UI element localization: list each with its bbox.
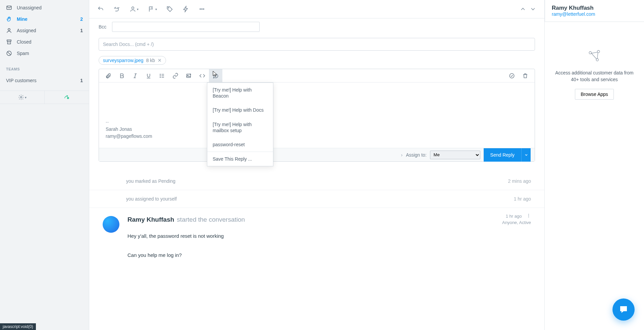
trash-icon bbox=[522, 73, 528, 79]
signature-email: ramy@pageflows.com bbox=[106, 133, 528, 140]
next-conversation-button[interactable] bbox=[530, 6, 536, 12]
italic-button[interactable] bbox=[128, 69, 142, 82]
attach-button[interactable] bbox=[102, 69, 115, 82]
discard-button[interactable] bbox=[519, 69, 532, 82]
editor-toolbar bbox=[99, 69, 535, 82]
search-docs-input[interactable] bbox=[99, 38, 535, 51]
saved-reply-item[interactable]: password-reset bbox=[207, 138, 273, 152]
conversation-verb: started the conversation bbox=[177, 216, 245, 223]
sidebar-item-label: Unassigned bbox=[17, 5, 83, 10]
conversation-status: Anyone, Active bbox=[502, 220, 531, 226]
undo-icon[interactable] bbox=[97, 6, 104, 12]
chat-icon bbox=[213, 73, 219, 79]
hand-icon bbox=[6, 16, 12, 22]
contact-card-name: Ramy Khuffash bbox=[552, 5, 637, 11]
underline-icon bbox=[146, 73, 152, 79]
sidebar-team-vip[interactable]: VIP customers 1 bbox=[0, 75, 89, 86]
svg-point-4 bbox=[20, 97, 22, 98]
apps-promo: Access additional customer data from 40+… bbox=[545, 22, 644, 330]
activity-timestamp: 2 mins ago bbox=[508, 178, 531, 184]
image-button[interactable] bbox=[182, 69, 196, 82]
bolt-icon[interactable] bbox=[182, 6, 189, 12]
send-reply-dropdown[interactable] bbox=[521, 148, 531, 162]
browse-apps-button[interactable]: Browse Apps bbox=[575, 89, 614, 100]
svg-point-29 bbox=[589, 52, 591, 54]
tag-icon[interactable] bbox=[166, 6, 173, 12]
paperclip-icon bbox=[105, 73, 111, 79]
list-icon bbox=[159, 73, 165, 79]
conversation-more-button[interactable] bbox=[526, 213, 531, 220]
remove-attachment-button[interactable]: ✕ bbox=[158, 58, 162, 63]
flag-menu[interactable]: ▾ bbox=[148, 6, 157, 12]
editor-body[interactable]: -- Sarah Jonas ramy@pageflows.com bbox=[99, 82, 535, 148]
assign-menu[interactable]: ▾ bbox=[129, 6, 139, 12]
svg-point-27 bbox=[528, 215, 529, 216]
flag-icon bbox=[148, 6, 155, 12]
sidebar-item-assigned[interactable]: Assigned 1 bbox=[0, 25, 89, 36]
svg-point-30 bbox=[597, 50, 600, 53]
message-line: Hey y'all, the password reset is not wor… bbox=[127, 231, 531, 241]
bcc-input[interactable] bbox=[112, 22, 260, 32]
more-icon[interactable] bbox=[199, 6, 205, 12]
bold-button[interactable] bbox=[115, 69, 128, 82]
svg-point-8 bbox=[200, 9, 201, 10]
chat-fab[interactable] bbox=[612, 298, 635, 321]
sidebar-tools: ▾ bbox=[0, 91, 89, 104]
footer-expand-button[interactable]: › bbox=[401, 152, 402, 158]
message-line: Can you help me log in? bbox=[127, 251, 531, 260]
chevron-down-icon: ▾ bbox=[25, 96, 26, 99]
conversation-toolbar: ▾ ▾ bbox=[89, 0, 544, 18]
bcc-row: Bcc bbox=[99, 22, 535, 32]
link-button[interactable] bbox=[169, 69, 182, 82]
italic-icon bbox=[132, 73, 138, 79]
right-panel: Ramy Khuffash ramy@letterfuel.com Access… bbox=[545, 0, 644, 330]
block-icon bbox=[6, 50, 12, 56]
saved-reply-item[interactable]: [Try me!] Help with mailbox setup bbox=[207, 117, 273, 138]
sidebar-item-closed[interactable]: Closed bbox=[0, 36, 89, 48]
contact-card[interactable]: Ramy Khuffash ramy@letterfuel.com bbox=[545, 0, 644, 22]
prev-conversation-button[interactable] bbox=[520, 6, 526, 12]
svg-point-6 bbox=[132, 7, 134, 9]
sidebar-settings-button[interactable]: ▾ bbox=[0, 91, 44, 104]
attachment-size: 8 kb bbox=[146, 58, 155, 63]
attachment-pill[interactable]: surveysparrow.jpeg 8 kb ✕ bbox=[99, 56, 166, 65]
saved-reply-item[interactable]: [Try me!] Help with Docs bbox=[207, 103, 273, 117]
sidebar-item-unassigned[interactable]: Unassigned bbox=[0, 2, 89, 13]
image-plus-icon bbox=[186, 73, 192, 79]
sidebar-item-mine[interactable]: Mine 2 bbox=[0, 13, 89, 25]
list-button[interactable] bbox=[155, 69, 169, 82]
compose-area: Bcc surveysparrow.jpeg 8 kb ✕ bbox=[89, 18, 544, 162]
sidebar-new-conversation-button[interactable] bbox=[44, 91, 89, 104]
check-button[interactable] bbox=[505, 69, 519, 82]
conversation-start: Ramy Khuffash started the conversation H… bbox=[89, 208, 544, 268]
signature-name: Sarah Jonas bbox=[106, 126, 528, 133]
send-reply-button[interactable]: Send Reply bbox=[484, 148, 521, 162]
saved-replies-button[interactable] bbox=[209, 69, 222, 82]
network-icon bbox=[587, 49, 601, 64]
sidebar-item-spam[interactable]: Spam bbox=[0, 48, 89, 59]
svg-rect-2 bbox=[7, 40, 11, 41]
activity-log: you marked as Pending 2 mins ago you ass… bbox=[89, 172, 544, 208]
apps-promo-text: Access additional customer data from 40+… bbox=[545, 70, 644, 83]
saved-reply-item[interactable]: [Try me!] Help with Beacon bbox=[207, 83, 273, 103]
svg-point-9 bbox=[202, 9, 203, 10]
signature-separator: -- bbox=[106, 119, 528, 126]
svg-line-13 bbox=[135, 74, 136, 78]
svg-point-26 bbox=[528, 214, 529, 215]
svg-point-17 bbox=[160, 77, 161, 77]
svg-point-15 bbox=[160, 74, 161, 74]
conversation-body: Ramy Khuffash started the conversation H… bbox=[127, 216, 531, 260]
sidebar-item-label: VIP customers bbox=[6, 78, 80, 83]
activity-row: you marked as Pending 2 mins ago bbox=[89, 172, 544, 190]
snooze-icon[interactable] bbox=[113, 6, 120, 12]
conversation-header: Ramy Khuffash started the conversation bbox=[127, 216, 531, 223]
contact-card-email: ramy@letterfuel.com bbox=[552, 11, 637, 17]
save-this-reply-item[interactable]: Save This Reply ... bbox=[207, 152, 273, 166]
svg-point-25 bbox=[509, 73, 514, 78]
assign-select[interactable]: Me bbox=[430, 151, 480, 159]
code-icon bbox=[199, 73, 205, 79]
underline-button[interactable] bbox=[142, 69, 155, 82]
sidebar-teams: VIP customers 1 bbox=[0, 73, 89, 88]
bold-icon bbox=[119, 73, 125, 79]
code-button[interactable] bbox=[196, 69, 209, 82]
